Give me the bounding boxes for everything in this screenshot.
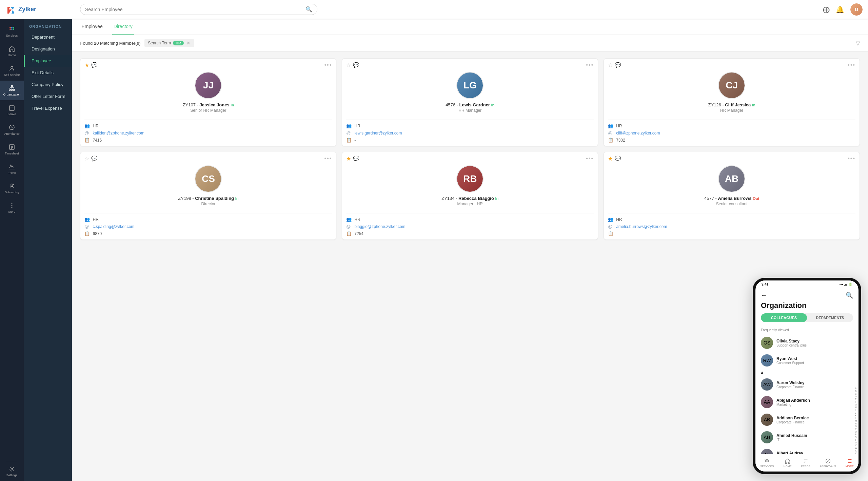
alpha-H[interactable]: H [855,406,857,409]
chat-icon-2[interactable]: 💬 [615,62,621,68]
sidebar-menu-department[interactable]: Department [24,31,72,43]
card-details-4: 👥HR @biaggio@zphone.zylker.com 📋7254 [342,213,598,239]
alpha-G[interactable]: G [855,403,857,406]
mobile-nav-services[interactable]: SERVICES [760,458,774,468]
employee-name-2: ZY126 - Cliff Jessica In [708,102,755,107]
more-dots-5[interactable]: ••• [848,155,855,162]
toggle-departments[interactable]: DEPARTMENTS [807,313,853,322]
mobile-nav-approvals[interactable]: APPROVALS [820,458,836,468]
chat-icon-4[interactable]: 💬 [353,155,359,162]
alpha-Q[interactable]: Q [855,431,857,433]
card-avatar-section-4: RB ZY134 - Rebecca Biaggio In Manager - … [342,165,598,213]
mobile-person-ahmed[interactable]: AH Ahmed Hussain IT [755,428,859,446]
alpha-J[interactable]: J [855,412,857,414]
mobile-scroll-list[interactable]: Frequently Viewed OS Olivia Stacy Suppor… [755,326,859,464]
avatar-placeholder-4: RB [457,165,483,192]
svg-point-8 [13,28,14,30]
tab-employee[interactable]: Employee [80,19,104,35]
mobile-nav-home[interactable]: HOME [784,458,792,468]
mobile-person-abigail[interactable]: AA Abigail Anderson Marketing [755,393,859,411]
user-avatar[interactable]: U [850,3,863,16]
mobile-person-ryan[interactable]: RW Ryan West Customer Support [755,352,859,369]
sidebar-item-self-service[interactable]: Self-service [0,61,24,81]
settings-button[interactable]: Settings [6,462,18,481]
sidebar-item-attendance[interactable]: Attendance [0,120,24,140]
mobile-person-olivia[interactable]: OS Olivia Stacy Support central plus [755,334,859,352]
more-dots-2[interactable]: ••• [848,62,855,68]
sidebar-item-home[interactable]: Home [0,41,24,61]
alpha-S[interactable]: S [855,436,857,438]
email-link-3[interactable]: c.spalding@zylker.com [93,224,134,229]
sidebar-item-leave[interactable]: Leave [0,100,24,120]
alpha-N[interactable]: N [855,422,857,425]
chat-icon-1[interactable]: 💬 [353,62,359,68]
sidebar-item-onboarding[interactable]: Onboarding [0,179,24,198]
email-link-5[interactable]: amelia.burrows@zylker.com [616,224,667,229]
alpha-U[interactable]: U [855,441,857,444]
alpha-T[interactable]: T [855,439,857,441]
sidebar-item-travel[interactable]: Travel [0,159,24,179]
more-dots-3[interactable]: ••• [324,155,332,162]
alpha-V[interactable]: V [855,444,857,446]
alpha-X[interactable]: X [855,449,857,452]
alpha-P[interactable]: P [855,428,857,430]
email-link-1[interactable]: lewis.gardner@zylker.com [354,131,402,135]
star-icon-0[interactable]: ★ [84,62,89,68]
sidebar-menu-exit[interactable]: Exit Details [24,67,72,79]
star-icon-2[interactable]: ☆ [608,62,613,68]
search-tag-close[interactable]: ✕ [186,40,191,46]
alpha-B[interactable]: B [855,390,857,392]
sidebar-item-timesheet[interactable]: Timesheet [0,140,24,159]
mobile-person-aaron[interactable]: AW Aaron Welsley Corporate Finance [755,376,859,393]
frequently-viewed-label: Frequently Viewed [755,326,859,334]
more-dots-1[interactable]: ••• [586,62,594,68]
star-icon-4[interactable]: ★ [346,155,351,162]
toggle-colleagues[interactable]: COLLEAGUES [761,313,807,322]
add-button[interactable]: ⨁ [823,5,830,14]
chat-icon-5[interactable]: 💬 [615,155,621,162]
mobile-nav-feeds[interactable]: FEEDS [801,458,810,468]
alpha-L[interactable]: L [855,417,857,419]
mobile-search-button[interactable]: 🔍 [846,292,853,299]
search-input[interactable] [85,7,305,12]
mobile-back-button[interactable]: ← [761,292,767,299]
tab-directory[interactable]: Directory [112,19,134,35]
top-actions: ⨁ 🔔 U [823,3,863,16]
sidebar-menu-offer[interactable]: Offer Letter Form [24,90,72,102]
alpha-O[interactable]: O [855,425,857,427]
sidebar-item-more[interactable]: More [0,198,24,217]
more-dots-4[interactable]: ••• [586,155,594,162]
sidebar-menu-policy[interactable]: Company Policy [24,79,72,90]
email-link-2[interactable]: cliff@zphone.zylker.com [616,131,660,135]
mobile-header: ← 🔍 [755,288,859,299]
more-dots-0[interactable]: ••• [324,62,332,68]
chat-icon-3[interactable]: 💬 [91,155,98,162]
alpha-W[interactable]: W [855,447,857,449]
alpha-A[interactable]: A [855,387,857,390]
search-submit-icon[interactable]: 🔍 [305,6,312,13]
sidebar-menu-designation[interactable]: Designation [24,43,72,55]
alpha-R[interactable]: R [855,433,857,436]
alpha-E[interactable]: E [855,398,857,400]
mobile-nav-more[interactable]: MORE [846,458,854,468]
notifications-button[interactable]: 🔔 [836,5,844,14]
star-icon-3[interactable]: ☆ [84,155,89,162]
email-link-4[interactable]: biaggio@zphone.zylker.com [354,224,405,229]
chat-icon-0[interactable]: 💬 [91,62,98,68]
sidebar-menu-travel[interactable]: Travel Expense [24,102,72,114]
alpha-D[interactable]: D [855,395,857,398]
filter-icon[interactable]: ▽ [856,40,860,46]
sidebar-item-services[interactable]: Services [0,22,24,41]
sidebar-menu-employee[interactable]: Employee [24,55,72,67]
mobile-status-bar: 9:41 ▪▪▪ ☁ 🔋 [755,280,859,288]
star-icon-5[interactable]: ★ [608,155,613,162]
alpha-M[interactable]: M [855,420,857,422]
sidebar-item-organization[interactable]: Organization [0,81,24,100]
alpha-F[interactable]: F [855,401,857,403]
alpha-K[interactable]: K [855,414,857,417]
alpha-C[interactable]: C [855,393,857,395]
mobile-person-addison[interactable]: AB Addison Bernice Corporate Finance [755,411,859,428]
star-icon-1[interactable]: ☆ [346,62,351,68]
email-link-0[interactable]: kalliden@zphone.zylker.com [93,131,144,135]
alpha-I[interactable]: I [855,409,857,411]
